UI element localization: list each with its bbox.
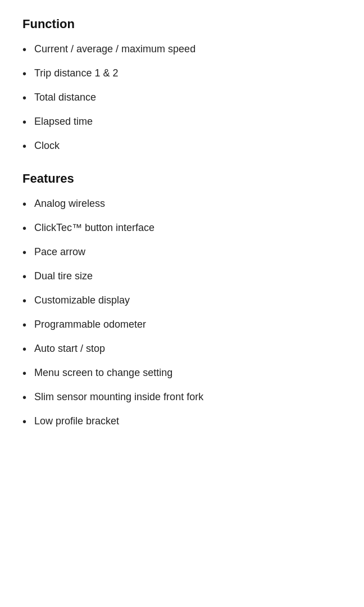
list-item: Customizable display: [22, 293, 342, 309]
list-item: ClickTec™ button interface: [22, 220, 342, 237]
list-item: Programmable odometer: [22, 317, 342, 333]
list-item: Total distance: [22, 90, 342, 106]
list-item: Dual tire size: [22, 269, 342, 285]
function-list: Current / average / maximum speedTrip di…: [22, 42, 342, 155]
function-title: Function: [22, 17, 342, 31]
list-item: Slim sensor mounting inside front fork: [22, 389, 342, 406]
list-item: Low profile bracket: [22, 414, 342, 430]
list-item: Trip distance 1 & 2: [22, 66, 342, 82]
list-item: Current / average / maximum speed: [22, 42, 342, 58]
list-item: Pace arrow: [22, 244, 342, 261]
list-item: Menu screen to change setting: [22, 365, 342, 382]
features-section: Features Analog wirelessClickTec™ button…: [22, 171, 342, 430]
list-item: Analog wireless: [22, 196, 342, 212]
list-item: Elapsed time: [22, 114, 342, 130]
list-item: Clock: [22, 138, 342, 155]
features-title: Features: [22, 171, 342, 186]
list-item: Auto start / stop: [22, 341, 342, 357]
function-section: Function Current / average / maximum spe…: [22, 17, 342, 155]
features-list: Analog wirelessClickTec™ button interfac…: [22, 196, 342, 430]
